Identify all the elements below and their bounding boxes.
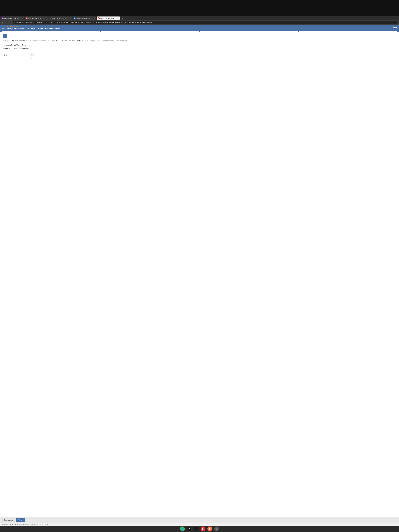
expand-button[interactable]: ▼ [3, 34, 7, 38]
tab-bar: BB Blackboard Collaborate Ultra - × D Ge… [0, 16, 399, 20]
content-body: ▼ Using the table of standard formation … [0, 32, 399, 517]
superscript-button[interactable]: □□ [30, 53, 34, 56]
times-button[interactable]: × [30, 57, 33, 60]
answer-input-box[interactable]: □ kJ [3, 52, 27, 58]
eq-sub-1: 2 [7, 45, 8, 46]
taskbar-icon-play-orange[interactable]: ▶ [207, 526, 212, 531]
bottom-bar: Explanation Check [0, 517, 399, 523]
eq-sub-3: 2 [17, 45, 17, 46]
aleks-header: THERMOCHEMISTRY Calculating a molar heat… [0, 25, 399, 31]
address-bar-row: ‹ › ↻ com/alekscgi/x/lsl.exe/1o_u-lgNslk… [0, 20, 399, 25]
address-bar[interactable]: com/alekscgi/x/lsl.exe/1o_u-lgNslkr7j8P3… [13, 21, 398, 24]
address-text: com/alekscgi/x/lsl.exe/1o_u-lgNslkr7j8P3… [14, 22, 152, 23]
tab-favicon-intel: M [74, 17, 76, 19]
math-panel: □□ × ↺ ? [29, 52, 42, 61]
aleks-header-text: THERMOCHEMISTRY Calculating a molar heat… [6, 26, 60, 30]
footer-copyright: ©2022 McGraw Hill LLC. All Rights Reserv… [2, 524, 29, 525]
hamburger-line-2 [2, 28, 5, 28]
footer-terms[interactable]: Terms of Use [31, 524, 38, 525]
answer-area: □ kJ □□ × ↺ ? [3, 52, 396, 61]
eq-sub-5: 6 [25, 45, 26, 46]
tab-label-career: How to Find a Career Path Usin: [52, 17, 69, 19]
tab-label-psychology: General Psychology - Fall 20 [28, 17, 44, 19]
help-button[interactable]: ? [38, 57, 41, 60]
tab-psychology[interactable]: D General Psychology - Fall 20 × [25, 17, 48, 20]
new-tab-button[interactable]: + [120, 16, 124, 20]
page-footer: ©2022 McGraw Hill LLC. All Rights Reserv… [0, 523, 399, 526]
taskbar-icon-browser[interactable]: 🌐 [180, 526, 185, 531]
round-instruction: Round your answer to the nearest kJ. [3, 48, 396, 50]
section-label: THERMOCHEMISTRY [6, 26, 60, 27]
browser-chrome: BB Blackboard Collaborate Ultra - × D Ge… [0, 16, 399, 25]
answer-input-placeholder: □ [4, 54, 5, 56]
tab-close-aleks[interactable]: × [117, 17, 119, 19]
aleks-title: Calculating a molar heat of reaction fro… [6, 27, 60, 30]
undo-button[interactable]: ↺ [34, 57, 37, 60]
hamburger-menu[interactable] [2, 27, 5, 29]
check-button[interactable]: Check [16, 518, 25, 522]
tab-favicon-aleks: A [98, 17, 100, 19]
tab-close-psychology[interactable]: × [45, 17, 47, 19]
top-bezel [0, 0, 399, 16]
math-top-row: □□ [30, 53, 41, 56]
superscript-indicator: □ [32, 54, 33, 55]
taskbar: 🌐 M ● ▶ ▶ ⚙ [0, 526, 399, 532]
progress-area [0, 31, 399, 32]
tab-favicon-psych: D [26, 17, 28, 19]
tab-close-career[interactable]: × [69, 17, 71, 19]
taskbar-icon-settings[interactable]: ⚙ [214, 526, 219, 531]
taskbar-icon-circle[interactable]: ● [194, 526, 198, 531]
tab-label-blackboard: Blackboard Collaborate Ultra - [4, 17, 20, 19]
eq-sub-2: 2 [9, 45, 10, 46]
answer-unit: kJ [6, 54, 7, 56]
aleks-header-left: THERMOCHEMISTRY Calculating a molar heat… [2, 26, 60, 30]
explanation-button[interactable]: Explanation [2, 518, 15, 522]
tab-blackboard[interactable]: BB Blackboard Collaborate Ultra - × [0, 17, 24, 20]
forward-button[interactable]: › [5, 21, 8, 24]
tab-close-intel[interactable]: × [93, 17, 95, 19]
taskbar-icon-m[interactable]: M [187, 526, 192, 531]
hamburger-line-1 [2, 27, 5, 27]
tab-favicon-career: ♦ [50, 17, 52, 19]
back-button[interactable]: ‹ [1, 21, 4, 24]
aleks-user-label: Griffin [392, 27, 397, 29]
eq-sub-4: 2 [23, 45, 24, 46]
chemical-equation: C2H2(g) + 2 H2(g) → C2H6(g) [6, 44, 396, 46]
hamburger-line-3 [2, 28, 5, 29]
tab-label-intelligence: What Kind of Intelligence Do Yo: [76, 17, 93, 19]
tab-career[interactable]: ♦ How to Find a Career Path Usin: × [49, 17, 72, 20]
reload-button[interactable]: ↻ [9, 21, 12, 24]
tab-close-blackboard[interactable]: × [21, 17, 23, 19]
tab-aleks[interactable]: A ALEKS - Griffin Barden - Learn × [97, 17, 120, 20]
tab-label-aleks: ALEKS - Griffin Barden - Learn [100, 17, 116, 19]
math-bottom-row: × ↺ ? [30, 57, 41, 60]
tab-intelligence[interactable]: M What Kind of Intelligence Do Yo: × [73, 17, 96, 20]
problem-instruction: Using the table of standard formation en… [3, 40, 396, 42]
footer-privacy[interactable]: Privacy Center [40, 524, 49, 525]
taskbar-icon-play-red[interactable]: ▶ [201, 526, 205, 531]
tab-favicon-bb: BB [2, 17, 4, 19]
expand-icon: ▼ [4, 35, 6, 37]
browser-content: THERMOCHEMISTRY Calculating a molar heat… [0, 25, 399, 526]
